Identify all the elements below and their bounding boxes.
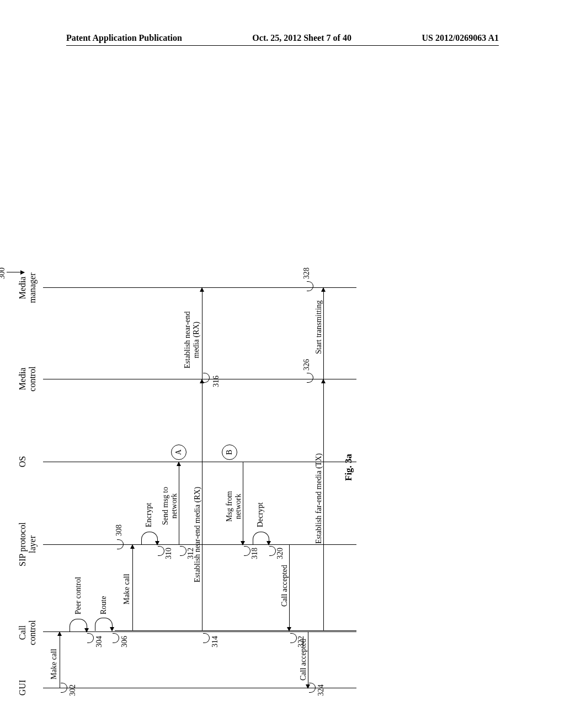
node-a: A [171,445,186,460]
tie-308 [117,539,124,549]
arrow-call-accepted-2 [308,632,308,688]
label-send-msg: Send msg to network [161,487,179,525]
tie-310 [158,546,164,556]
lifeline-label-sip: SIP protocol layer [18,514,38,575]
self-encrypt [141,532,158,545]
self-route [95,618,113,631]
header-left: Patent Application Publication [66,33,182,43]
lifeline-label-gui: GUI [18,674,28,702]
ref-308: 308 [115,524,124,536]
header-rule [66,45,499,46]
sequence-diagram: GUI Call control SIP protocol layer OS M… [103,95,456,624]
label-peer-control: Peer control [74,577,83,614]
label-est-near-end-1: Establish near-end media (RX) [193,487,202,583]
label-route: Route [99,596,108,614]
lifeline-os [43,462,356,462]
lifeline-label-media-control: Media control [18,360,38,398]
arrow-start-tx [323,288,324,379]
header-right: US 2012/0269063 A1 [422,33,499,43]
tie-328 [307,281,313,291]
ref-304: 304 [95,636,104,647]
arrow-call-accepted-1 [289,545,290,631]
header-center: Oct. 25, 2012 Sheet 7 of 40 [252,33,351,43]
ref-316: 316 [212,376,221,387]
label-make-call-2: Make call [122,574,131,604]
tie-322 [290,633,297,643]
ref-318: 318 [250,548,259,559]
tie-324 [309,683,316,693]
page-header: Patent Application Publication Oct. 25, … [0,33,565,43]
ref-302: 302 [68,684,77,696]
tie-314 [203,633,210,643]
arrow-make-call-1 [60,632,60,688]
ref-320: 320 [276,548,285,559]
self-peer-control [70,619,87,632]
tie-302 [61,683,67,693]
ref-328: 328 [302,267,311,279]
tie-316 [203,373,210,383]
tie-320 [269,546,276,556]
ref-300-arrow [7,272,24,272]
ref-324: 324 [317,684,326,696]
label-est-far-end: Establish far-end media (TX) [315,453,323,544]
lifeline-label-os: OS [18,451,28,473]
lifeline-call-control [43,631,356,632]
label-start-tx: Start transmitting [315,300,323,354]
node-b: B [222,445,237,460]
arrow-est-near-end-long [202,379,202,631]
ref-314: 314 [211,636,220,647]
ref-300: 300 [0,267,7,279]
tie-312 [180,546,186,556]
label-call-accepted-1: Call accepted [280,565,289,607]
figure-number: Fig. 3a [343,454,354,481]
tie-304 [87,633,94,643]
label-msg-from-net: Msg from network [225,491,243,522]
arrow-make-call-2 [132,545,133,631]
label-call-accepted-2: Call accepted [299,639,308,681]
ref-326: 326 [302,359,311,371]
arrow-msg-from-net [243,462,243,545]
tie-318 [244,546,250,556]
self-decrypt [253,532,269,545]
ref-310: 310 [164,548,173,559]
label-est-near-end-2: Establish near-end media (RX) [183,311,201,368]
tie-326 [307,373,313,383]
arrow-est-far-end [323,379,324,631]
label-make-call-1: Make call [50,649,58,679]
label-encrypt: Encrypt [145,503,153,527]
tie-306 [113,633,119,643]
arrow-est-near-end-short [202,288,202,379]
lifeline-label-call-control: Call control [18,613,38,652]
ref-306: 306 [120,636,129,647]
label-decrypt: Decrypt [256,502,265,527]
arrow-send-msg [179,462,179,545]
